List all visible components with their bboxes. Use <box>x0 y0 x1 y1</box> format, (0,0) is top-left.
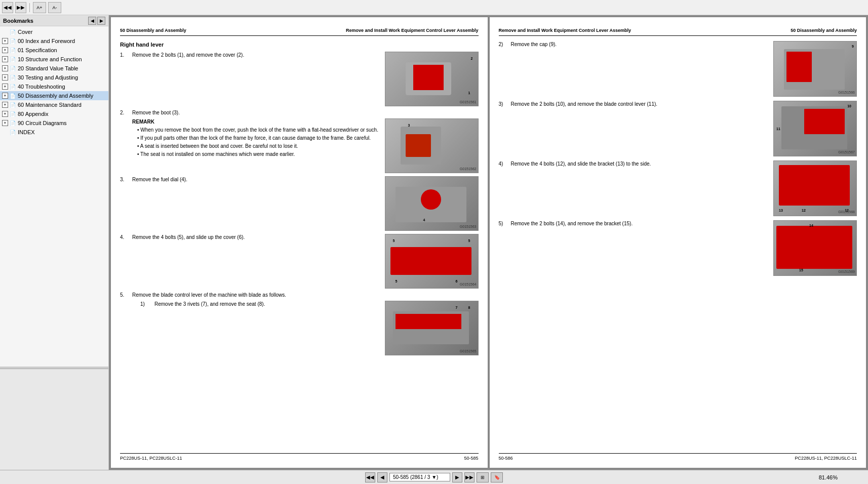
r4-label-13: 13 <box>779 208 783 213</box>
sub-step-1-text: Remove the 3 rivets (7), and remove the … <box>154 301 265 308</box>
nav-last-btn[interactable]: ▶▶ <box>464 472 475 482</box>
right-footer-right: PC228US-11, PC228USLC-11 <box>795 455 857 462</box>
right-footer-left: 50-586 <box>499 455 513 462</box>
remark-4: The seat is not installed on some machin… <box>137 151 381 158</box>
zoom-in-btn[interactable]: A+ <box>33 2 46 13</box>
sidebar-item-label-7: 50 Disassembly and Assembly <box>18 93 93 99</box>
bookmark-next-btn[interactable]: ▶▶ <box>15 2 26 13</box>
tree-expand-5[interactable]: + <box>2 74 8 80</box>
right-step-2-content: 2) Remove the cap (9). <box>499 41 770 50</box>
sidebar-item-5[interactable]: +📄30 Testing and Adjusting <box>0 73 108 82</box>
tree-expand-4[interactable]: + <box>2 65 8 71</box>
sub-step-1-label-8: 8 <box>468 305 470 310</box>
right-step-2-image: 9 G0151566 <box>773 41 857 97</box>
book-icon-3: 📄 <box>9 56 16 63</box>
main-area: Bookmarks ◀ ▶ 📄Cover+📄00 Index and Forew… <box>0 15 868 470</box>
sidebar-item-7[interactable]: +📄50 Disassembly and Assembly <box>0 91 108 100</box>
right-step-4-text-row: 4) Remove the 4 bolts (12), and slide th… <box>499 160 770 168</box>
sub-step-1-content: 1) Remove the 3 rivets (7), and remove t… <box>128 301 381 355</box>
step-2-content: 2. Remove the boot (3). REMARK When you … <box>120 109 381 173</box>
step-2-row: 2. Remove the boot (3). REMARK When you … <box>120 109 479 173</box>
tree-expand-3[interactable]: + <box>2 56 8 62</box>
step-4-label-5c: 5 <box>396 279 398 284</box>
sub-step-1-image: 7 8 G0151565 <box>385 301 479 355</box>
right-step-2: 2) Remove the cap (9). 9 G0151566 <box>499 41 857 97</box>
sidebar-item-2[interactable]: +📄01 Specification <box>0 46 108 55</box>
step-1-row: 1. Remove the 2 bolts (1), and remove th… <box>120 52 479 106</box>
step-1-content: 1. Remove the 2 bolts (1), and remove th… <box>120 52 381 106</box>
sidebar-item-9[interactable]: +📄80 Appendix <box>0 109 108 118</box>
tree-expand-2[interactable]: + <box>2 47 8 53</box>
sidebar-collapse-btn[interactable]: ◀ <box>88 17 96 25</box>
right-step-5-image: 14 15 G0151569 <box>773 220 857 276</box>
r2-label-9: 9 <box>852 44 854 49</box>
nav-bookmark-btn[interactable]: 🔖 <box>491 472 503 482</box>
sidebar-item-0[interactable]: 📄Cover <box>0 27 108 36</box>
left-footer-left: PC228US-11, PC228USLC-11 <box>120 455 182 462</box>
right-step-5-text-row: 5) Remove the 2 bolts (14), and remove t… <box>499 220 770 227</box>
right-page-footer: 50-586 PC228US-11, PC228USLC-11 <box>499 453 857 462</box>
right-step-4: 4) Remove the 4 bolts (12), and slide th… <box>499 160 857 216</box>
right-step-3-text-row: 3) Remove the 2 bolts (10), and remove t… <box>499 101 770 108</box>
r3-label-10: 10 <box>847 104 851 109</box>
right-step-3-text: Remove the 2 bolts (10), and remove the … <box>511 101 658 108</box>
r5-label-14: 14 <box>809 223 813 228</box>
remark-2: If you pull parts other than the lock of… <box>137 135 381 142</box>
book-icon-6: 📄 <box>9 83 16 90</box>
page-number-input[interactable] <box>389 473 450 481</box>
sidebar-tree: 📄Cover+📄00 Index and Foreword+📄01 Specif… <box>0 26 108 367</box>
step-4-label-5b: 5 <box>468 238 470 244</box>
tree-expand-8[interactable]: + <box>2 102 8 108</box>
nav-next-btn[interactable]: ▶ <box>452 472 462 482</box>
tree-expand-7[interactable]: + <box>2 93 8 99</box>
sub-step-1: 1) Remove the 3 rivets (7), and remove t… <box>140 301 381 308</box>
sub-step-1-imgid: G0151565 <box>460 349 477 354</box>
step-4-label-6: 6 <box>456 279 458 284</box>
right-page: Remove and Install Work Equipment Contro… <box>490 17 866 468</box>
sidebar-item-1[interactable]: +📄00 Index and Foreword <box>0 36 108 46</box>
sub-step-1-label-7: 7 <box>456 305 458 310</box>
right-step-5-text: Remove the 2 bolts (14), and remove the … <box>511 220 633 227</box>
nav-prev-btn[interactable]: ◀ <box>377 472 387 482</box>
nav-first-btn[interactable]: ◀◀ <box>365 472 375 482</box>
sidebar-item-label-6: 40 Troubleshooting <box>18 84 65 90</box>
sidebar-item-6[interactable]: +📄40 Troubleshooting <box>0 82 108 91</box>
sidebar-bottom-panel <box>0 369 108 470</box>
tree-expand-9[interactable]: + <box>2 111 8 117</box>
step-4: 4. Remove the 4 bolts (5), and slide up … <box>120 234 381 241</box>
right-step-2-text: Remove the cap (9). <box>511 41 557 48</box>
step-3-text: Remove the fuel dial (4). <box>132 176 381 183</box>
zoom-out-btn[interactable]: A- <box>48 2 61 13</box>
step-1: 1. Remove the 2 bolts (1), and remove th… <box>120 52 381 59</box>
right-step-4-image: 13 12 12 G0151568 <box>773 160 857 216</box>
sidebar-item-4[interactable]: +📄20 Standard Value Table <box>0 64 108 73</box>
sidebar-item-11[interactable]: 📄INDEX <box>0 128 108 137</box>
sidebar-expand-btn[interactable]: ▶ <box>97 17 105 25</box>
step-4-content: 4. Remove the 4 bolts (5), and slide up … <box>120 234 381 289</box>
right-header-right: 50 Disassembly and Assembly <box>791 27 857 34</box>
right-step-4-num: 4) <box>499 160 509 168</box>
tree-expand-1[interactable]: + <box>2 38 8 44</box>
step-4-row: 4. Remove the 4 bolts (5), and slide up … <box>120 234 479 289</box>
step-4-num: 4. <box>120 234 130 241</box>
bookmark-prev-btn[interactable]: ◀◀ <box>2 2 13 13</box>
right-step-3-content: 3) Remove the 2 bolts (10), and remove t… <box>499 101 770 110</box>
step-2-num: 2. <box>120 109 130 116</box>
tree-expand-10[interactable]: + <box>2 120 8 126</box>
sidebar-item-label-2: 01 Specification <box>18 47 57 53</box>
book-icon-9: 📄 <box>9 110 16 117</box>
nav-thumbnails-btn[interactable]: ⊞ <box>477 472 489 482</box>
content-area: 50 Disassembly and Assembly Remove and I… <box>109 15 868 470</box>
step-2-imgid: G0151562 <box>460 167 477 172</box>
sidebar-item-label-3: 10 Structure and Function <box>18 56 82 62</box>
sidebar-item-3[interactable]: +📄10 Structure and Function <box>0 55 108 64</box>
remark-3: A seat is inserted between the boot and … <box>137 143 381 150</box>
right-step-2-num: 2) <box>499 41 509 48</box>
sidebar-item-10[interactable]: +📄90 Circuit Diagrams <box>0 118 108 128</box>
step-3-label-4: 4 <box>423 218 425 223</box>
tree-expand-6[interactable]: + <box>2 84 8 90</box>
right-step-3-num: 3) <box>499 101 509 108</box>
right-step-4-content: 4) Remove the 4 bolts (12), and slide th… <box>499 160 770 170</box>
sidebar-item-8[interactable]: +📄60 Maintenance Standard <box>0 100 108 109</box>
step-4-label-5a: 5 <box>393 238 395 244</box>
